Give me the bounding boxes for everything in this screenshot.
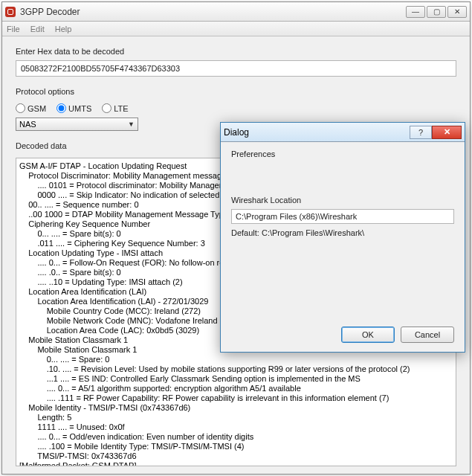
dialog-heading: Preferences [231, 149, 454, 158]
protocol-dropdown[interactable]: NAS ▼ [16, 118, 138, 131]
dialog-title: Dialog [224, 127, 410, 138]
chevron-down-icon: ▼ [128, 120, 135, 128]
dialog-close-button[interactable]: ✕ [432, 126, 462, 139]
protocol-options-label: Protocol options [16, 87, 456, 96]
ok-button[interactable]: OK [341, 327, 395, 343]
maximize-button[interactable]: ▢ [427, 6, 446, 18]
menu-help[interactable]: Help [55, 25, 72, 33]
app-icon [5, 7, 16, 17]
dialog-body: Preferences Wireshark Location Default: … [221, 142, 465, 321]
dialog-titlebar[interactable]: Dialog ? ✕ [221, 123, 465, 142]
app-title: 3GPP Decoder [20, 7, 406, 17]
menu-edit[interactable]: Edit [30, 25, 45, 33]
preferences-dialog: Dialog ? ✕ Preferences Wireshark Locatio… [220, 122, 465, 353]
hex-input[interactable] [16, 60, 456, 77]
wireshark-default-path: Default: C:\Program Files\Wireshark\ [231, 228, 454, 237]
hex-input-label: Enter Hex data to be decoded [16, 47, 456, 56]
menubar: File Edit Help [2, 22, 470, 36]
protocol-radio-group: GSM UMTS LTE [16, 103, 456, 113]
radio-gsm[interactable]: GSM [16, 103, 46, 113]
window-controls: — ▢ ✕ [406, 6, 467, 18]
dialog-button-row: OK Cancel [221, 321, 465, 352]
menu-file[interactable]: File [7, 25, 20, 33]
protocol-dropdown-value: NAS [19, 120, 36, 129]
radio-umts[interactable]: UMTS [56, 103, 91, 113]
wireshark-location-label: Wireshark Location [231, 196, 454, 205]
minimize-button[interactable]: — [406, 6, 425, 18]
cancel-button[interactable]: Cancel [401, 327, 454, 343]
radio-lte[interactable]: LTE [102, 103, 128, 113]
close-button[interactable]: ✕ [447, 6, 467, 18]
dialog-help-button[interactable]: ? [410, 126, 432, 139]
main-titlebar[interactable]: 3GPP Decoder — ▢ ✕ [2, 2, 470, 22]
wireshark-location-input[interactable] [231, 209, 454, 224]
